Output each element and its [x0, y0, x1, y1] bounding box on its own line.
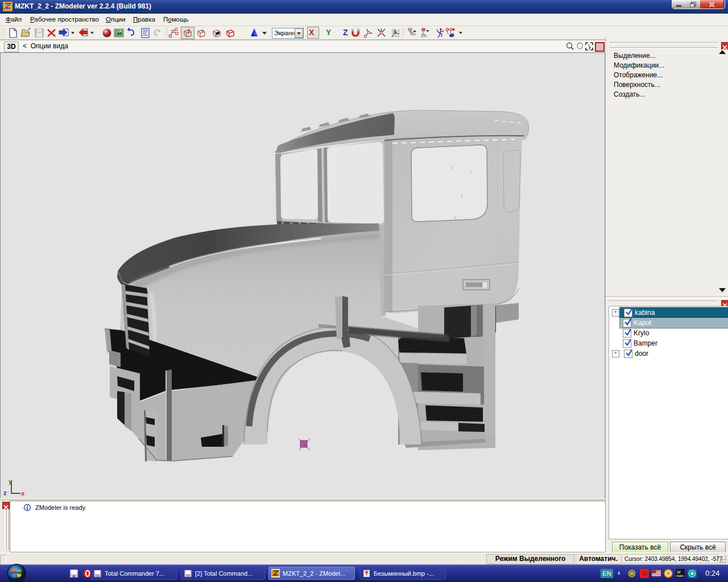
- svg-text:42: 42: [642, 571, 647, 576]
- svg-text:stats: stats: [676, 573, 684, 577]
- svg-text:x: x: [21, 490, 25, 497]
- svg-text:y: y: [9, 478, 13, 485]
- svg-text:z: z: [3, 489, 7, 496]
